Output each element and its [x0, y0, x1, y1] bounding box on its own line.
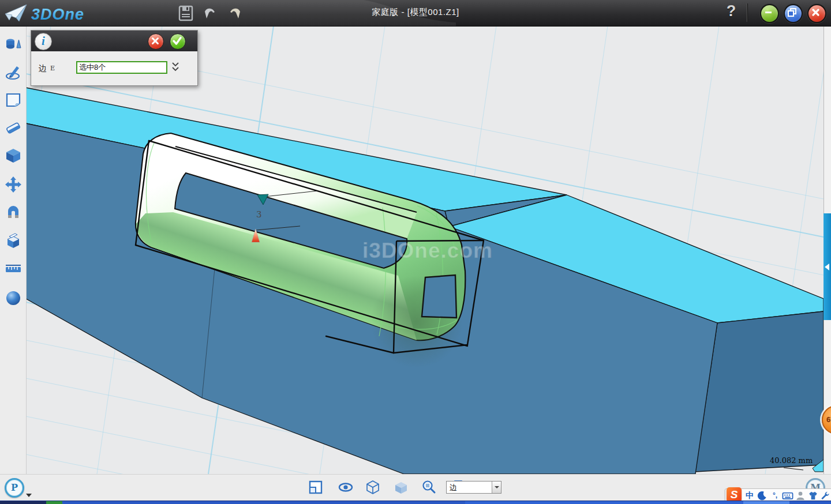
dialog-cancel-button[interactable]	[148, 33, 164, 50]
sketch-plane-icon[interactable]	[4, 91, 23, 109]
info-icon: i	[35, 33, 52, 50]
window-title: 家庭版 - [模型001.Z1]	[300, 7, 531, 18]
skin-shirt-icon[interactable]	[807, 490, 819, 501]
plugin-badge-left[interactable]: P	[5, 478, 24, 498]
minimize-button[interactable]	[760, 4, 779, 23]
dialog-header: i	[31, 31, 197, 51]
measurement-label: 40.082 mm	[770, 456, 813, 465]
user-profile-icon[interactable]	[795, 490, 806, 501]
shaded-cube-icon[interactable]	[394, 480, 409, 495]
dialog-body: 边 E	[31, 51, 197, 85]
taskbar-sliver	[0, 501, 831, 504]
paper-plane-icon	[5, 5, 27, 21]
combine-box-icon[interactable]	[4, 231, 23, 250]
punctuation-toggle[interactable]: °,	[769, 490, 781, 501]
app-logo-text: 3DOne	[31, 6, 84, 23]
keyboard-icon[interactable]	[782, 490, 793, 501]
view-mode-value: 边	[450, 483, 457, 493]
material-sphere-icon[interactable]	[4, 289, 23, 307]
app-logo: 3DOne	[3, 2, 113, 24]
measure-ruler-icon[interactable]	[4, 260, 23, 279]
dialog-confirm-button[interactable]	[170, 33, 186, 50]
edge-field-label: 边	[39, 63, 47, 74]
left-toolbar	[0, 26, 27, 475]
visibility-eye-icon[interactable]	[338, 480, 353, 495]
eraser-icon[interactable]	[4, 119, 23, 137]
edge-field-key: E	[50, 65, 55, 72]
bottom-toolbar: 边	[0, 474, 831, 501]
sketch-pencil-icon[interactable]	[4, 63, 23, 81]
redo-icon[interactable]	[226, 5, 243, 22]
magnet-icon[interactable]	[4, 203, 23, 221]
undo-icon[interactable]	[202, 5, 219, 22]
save-icon[interactable]	[177, 5, 194, 22]
expand-chevron-icon[interactable]	[171, 61, 180, 74]
move-cross-icon[interactable]	[4, 175, 23, 194]
restore-button[interactable]	[784, 4, 803, 23]
titlebar: 3DOne 家庭版 - [模型001.Z1] ?	[0, 0, 831, 27]
primitive-solids-icon[interactable]	[4, 35, 23, 54]
edge-marker-label: 3	[256, 209, 262, 220]
wrench-icon[interactable]	[819, 490, 831, 501]
arrow-left-icon	[825, 264, 829, 270]
viewport-3d-scene[interactable]: 3 i3DOne.com 40.082 mm	[26, 26, 823, 474]
edge-select-input[interactable]	[76, 61, 167, 74]
moon-icon[interactable]	[757, 490, 768, 501]
dropdown-arrow-icon[interactable]	[492, 482, 501, 493]
ime-language-toggle[interactable]: 中	[744, 490, 755, 501]
view-mode-dropdown[interactable]: 边	[446, 481, 501, 494]
close-button[interactable]	[807, 4, 826, 23]
watermark: i3DOne.com	[362, 239, 493, 262]
wireframe-cube-icon[interactable]	[365, 480, 380, 495]
solid-cube-icon[interactable]	[4, 146, 23, 165]
titlebar-separator	[747, 3, 747, 22]
collapsed-panel-tab[interactable]	[823, 213, 831, 320]
edge-select-dialog: i 边 E	[31, 30, 198, 86]
help-icon[interactable]: ?	[723, 2, 740, 23]
layout-corner-icon[interactable]	[308, 480, 323, 495]
model-end-hole[interactable]	[422, 275, 456, 318]
zoom-magnifier-icon[interactable]	[421, 480, 436, 495]
